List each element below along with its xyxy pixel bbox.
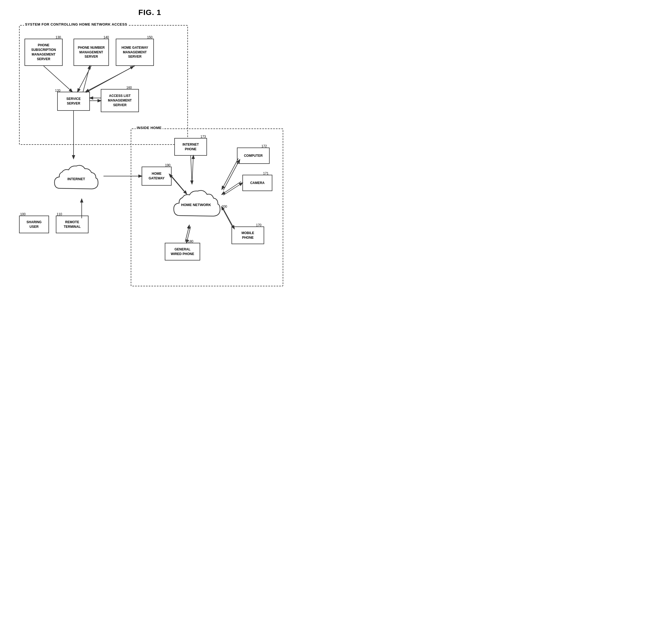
service-server-label: SERVICE SERVER (66, 96, 81, 106)
home-gateway-label: HOME GATEWAY (149, 171, 165, 181)
ref-120: 120 (55, 89, 60, 92)
internet-label: INTERNET (67, 177, 85, 181)
computer-node: COMPUTER (237, 147, 270, 164)
diagram-container: SYSTEM FOR CONTROLLING HOME NETWORK ACCE… (13, 25, 286, 292)
system-box-label: SYSTEM FOR CONTROLLING HOME NETWORK ACCE… (24, 22, 128, 26)
home-gateway-node: HOME GATEWAY (142, 167, 171, 186)
mobile-phone-node: MOBILE PHONE (232, 226, 264, 244)
phone-number-mgmt-label: PHONE NUMBER MANAGEMENT SERVER (78, 46, 105, 59)
ref-100: 100 (20, 212, 26, 216)
access-list-mgmt-label: ACCESS LIST MANAGEMENT SERVER (108, 94, 132, 107)
ref-130: 130 (56, 35, 61, 39)
ref-110: 110 (57, 212, 62, 216)
computer-label: COMPUTER (244, 153, 263, 158)
inside-home-label: INSIDE HOME (136, 126, 163, 130)
access-list-mgmt-node: ACCESS LIST MANAGEMENT SERVER (101, 89, 139, 112)
ref-171: 171 (263, 171, 269, 175)
remote-terminal-node: REMOTE TERMINAL (56, 216, 88, 233)
camera-label: CAMERA (250, 181, 265, 185)
home-gateway-mgmt-node: HOME GATEWAY MANAGEMENT SERVER (116, 39, 154, 66)
ref-170: 170 (256, 223, 262, 227)
phone-subscription-label: PHONE SUBSCRIPTION MANAGEMENT SERVER (31, 43, 56, 61)
ref-200: 200 (222, 205, 227, 208)
general-wired-phone-label: GENERAL WIRED PHONE (171, 247, 194, 256)
general-wired-phone-node: GENERAL WIRED PHONE (165, 243, 200, 260)
ref-190: 190 (165, 163, 170, 167)
service-server-node: SERVICE SERVER (57, 92, 90, 111)
home-network-label: HOME NETWORK (181, 203, 211, 207)
phone-number-mgmt-node: PHONE NUMBER MANAGEMENT SERVER (74, 39, 109, 66)
home-network-cloud: HOME NETWORK (169, 183, 223, 226)
home-gateway-mgmt-label: HOME GATEWAY MANAGEMENT SERVER (121, 46, 148, 59)
internet-phone-node: INTERNET PHONE (174, 138, 207, 156)
internet-phone-label: INTERNET PHONE (183, 142, 199, 151)
ref-172: 172 (262, 144, 267, 148)
camera-node: CAMERA (242, 175, 272, 191)
remote-terminal-label: REMOTE TERMINAL (64, 220, 81, 229)
sharing-user-node: SHARING USER (19, 216, 49, 233)
internet-cloud: INTERNET (49, 159, 104, 199)
phone-subscription-node: PHONE SUBSCRIPTION MANAGEMENT SERVER (25, 39, 63, 66)
ref-160: 160 (126, 86, 132, 89)
ref-173: 173 (200, 135, 206, 139)
ref-150: 150 (147, 35, 153, 39)
ref-140: 140 (104, 35, 109, 39)
ref-180: 180 (188, 240, 193, 243)
mobile-phone-label: MOBILE PHONE (242, 231, 254, 240)
fig-title: FIG. 1 (138, 8, 161, 17)
sharing-user-label: SHARING USER (26, 220, 42, 229)
